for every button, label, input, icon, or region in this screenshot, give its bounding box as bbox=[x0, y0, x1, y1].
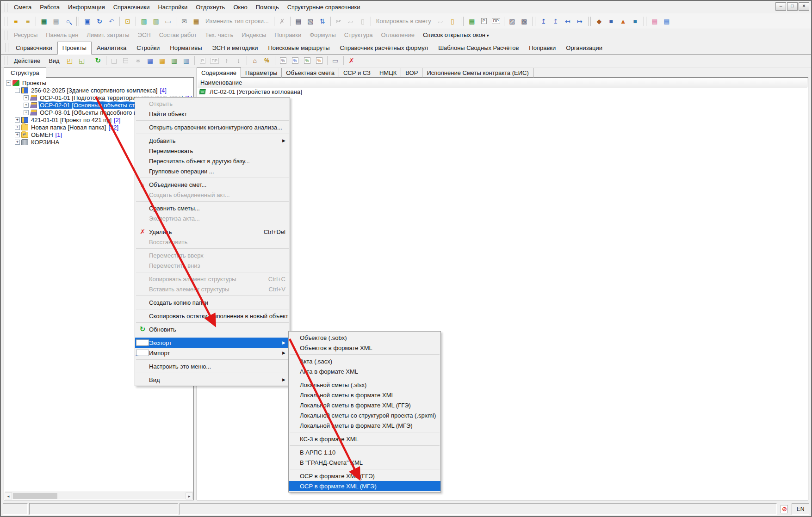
ks3-icon[interactable] bbox=[289, 55, 301, 67]
materials-icon[interactable] bbox=[617, 15, 629, 27]
row-type-a-icon[interactable] bbox=[506, 15, 518, 27]
transport-icon[interactable] bbox=[629, 15, 641, 27]
submenu-item[interactable]: В АРПС 1.10 bbox=[289, 447, 440, 457]
expand-toggle-icon[interactable]: − bbox=[15, 88, 20, 93]
panel-toggle-button[interactable]: Ресурсы bbox=[10, 30, 42, 40]
toolbar-grip[interactable] bbox=[588, 17, 591, 26]
page-p-icon[interactable] bbox=[478, 15, 490, 27]
ks2-icon[interactable] bbox=[277, 55, 289, 67]
expand-toggle-icon[interactable]: + bbox=[24, 110, 29, 115]
workspace-tab[interactable]: Аналитика bbox=[92, 42, 131, 55]
percent-icon[interactable] bbox=[261, 55, 273, 67]
context-menu-item[interactable]: Вставить элемент структуры Ctrl+V bbox=[135, 284, 290, 294]
submenu-item[interactable]: Локальной сметы в формате XML (МГЭ) bbox=[289, 420, 440, 431]
context-menu-item[interactable]: Открыть справочник конъюнктурного анализ… bbox=[135, 122, 290, 132]
refresh-green-icon[interactable] bbox=[92, 55, 104, 67]
minimize-button[interactable] bbox=[775, 2, 786, 11]
context-menu-item[interactable]: Удалить Ctrl+Del bbox=[135, 227, 290, 237]
sort-rows-icon[interactable] bbox=[316, 15, 329, 27]
submenu-item[interactable]: Акта в формате XML bbox=[289, 366, 440, 376]
action-menu-button[interactable]: Действие bbox=[10, 55, 44, 66]
new-act-icon[interactable] bbox=[180, 55, 192, 67]
level-first-icon[interactable] bbox=[538, 15, 550, 27]
load-prices-icon[interactable] bbox=[190, 15, 202, 27]
submenu-item[interactable]: В "ГРАНД-Смета" XML bbox=[289, 457, 440, 468]
tree-item[interactable]: − Проекты bbox=[4, 79, 193, 86]
database-icon[interactable] bbox=[292, 15, 304, 27]
add-comment-icon[interactable] bbox=[162, 15, 174, 27]
pdf-export-icon[interactable] bbox=[50, 15, 62, 27]
context-menu-item[interactable]: Открыть bbox=[135, 98, 290, 109]
summary-pink-icon[interactable] bbox=[649, 15, 661, 27]
workspace-tab[interactable]: Нормативы bbox=[165, 42, 207, 55]
toolbar-grip[interactable] bbox=[644, 17, 646, 26]
workspace-tab[interactable]: Справочник расчётных формул bbox=[335, 42, 434, 55]
cut-icon[interactable] bbox=[333, 15, 345, 27]
row-type-b-icon[interactable] bbox=[518, 15, 530, 27]
scroll-left-icon[interactable]: ◂ bbox=[5, 492, 12, 499]
summary-blue-icon[interactable] bbox=[661, 15, 673, 27]
workspace-tab[interactable]: Справочники bbox=[11, 42, 57, 55]
toolbar-grip[interactable] bbox=[533, 17, 535, 26]
add-to-structure-icon[interactable] bbox=[22, 15, 34, 27]
contents-tab[interactable]: Содержание bbox=[197, 68, 241, 78]
level-up-icon[interactable] bbox=[550, 15, 562, 27]
reload-icon[interactable] bbox=[93, 15, 105, 27]
toolbar-label-button[interactable]: Копировать в смету bbox=[373, 16, 434, 26]
context-menu-item[interactable]: Создать объединенный акт... bbox=[135, 190, 290, 200]
machines-icon[interactable] bbox=[605, 15, 617, 27]
scrollbar-thumb[interactable] bbox=[13, 493, 57, 499]
panel-toggle-button[interactable]: Индексы bbox=[237, 30, 270, 40]
expand-toggle-icon[interactable]: + bbox=[24, 95, 29, 100]
submenu-item[interactable]: Акта (.sacx) bbox=[289, 356, 440, 366]
column-header-name[interactable]: Наименование bbox=[198, 78, 807, 87]
close-view-icon[interactable] bbox=[346, 55, 358, 67]
expand-toggle-icon[interactable]: − bbox=[6, 80, 11, 86]
context-menu-item[interactable]: Восстановить bbox=[135, 237, 290, 247]
expand-toggle-icon[interactable]: + bbox=[24, 103, 29, 108]
workspace-tab[interactable]: Стройки bbox=[131, 42, 165, 55]
toolbar-grip[interactable] bbox=[5, 56, 7, 65]
add-resource-icon[interactable] bbox=[150, 15, 162, 27]
context-menu-item[interactable]: Переименовать bbox=[135, 146, 290, 156]
price-book-icon[interactable] bbox=[466, 15, 478, 27]
menu-bar-item[interactable]: Окно bbox=[229, 2, 251, 12]
estimate-row[interactable]: ЛС-02-01 [Устройство котлована] bbox=[197, 88, 808, 96]
excel-export-icon[interactable] bbox=[38, 15, 50, 27]
panel-toggle-button[interactable]: Состав работ bbox=[155, 30, 201, 40]
panel-toggle-button[interactable]: Тех. часть bbox=[201, 30, 237, 40]
add-position-icon[interactable] bbox=[138, 15, 150, 27]
panel-toggle-button[interactable]: Структура bbox=[340, 30, 377, 40]
toolbar-grip[interactable] bbox=[6, 43, 8, 52]
context-menu-item[interactable]: Скопировать остатки выполнения в новый о… bbox=[135, 311, 290, 321]
move-up-icon[interactable] bbox=[221, 55, 233, 67]
close-button[interactable] bbox=[799, 2, 809, 11]
menu-bar-item[interactable]: Настройки bbox=[154, 2, 192, 12]
toolbar-grip[interactable] bbox=[461, 17, 464, 26]
action-menu-button[interactable]: Вид bbox=[44, 55, 64, 66]
workspace-tab[interactable]: Шаблоны Сводных Расчётов bbox=[433, 42, 524, 55]
submenu-item[interactable]: Локальной сметы со структурой проекта (.… bbox=[289, 410, 440, 420]
panel-toggle-button[interactable]: Список открытых окон bbox=[419, 30, 493, 40]
new-project-icon[interactable] bbox=[156, 55, 168, 67]
menu-bar-item[interactable]: Помощь bbox=[252, 2, 283, 12]
context-menu-item[interactable]: Создать копию папки bbox=[135, 297, 290, 308]
copy-icon[interactable] bbox=[345, 15, 357, 27]
contents-tab[interactable]: НМЦК bbox=[375, 68, 401, 78]
workspace-tab[interactable]: ЭСН и методики bbox=[207, 42, 263, 55]
contents-tab[interactable]: ССР и СЗ bbox=[339, 68, 375, 78]
context-menu-item[interactable]: Пересчитать объект в другую базу... bbox=[135, 156, 290, 166]
workspace-tab[interactable]: Организации bbox=[561, 42, 607, 55]
save-icon[interactable] bbox=[81, 15, 93, 27]
context-menu-item[interactable]: Вид bbox=[135, 375, 290, 385]
horizontal-scrollbar[interactable]: ◂ ▸ bbox=[5, 492, 193, 499]
protect-icon[interactable] bbox=[122, 15, 134, 27]
contents-tab[interactable]: ВОР bbox=[401, 68, 422, 78]
contents-tab[interactable]: Объектная смета bbox=[282, 68, 339, 78]
paste-icon[interactable] bbox=[357, 15, 369, 27]
panel-toggle-button[interactable]: Формулы bbox=[305, 30, 340, 40]
expand-toggle-icon[interactable]: + bbox=[15, 117, 20, 123]
send-mail-icon[interactable] bbox=[178, 15, 190, 27]
submenu-item[interactable]: ОСР в формате XML (ГГЭ) bbox=[289, 471, 440, 481]
menu-bar-item[interactable]: Информация bbox=[64, 2, 109, 12]
